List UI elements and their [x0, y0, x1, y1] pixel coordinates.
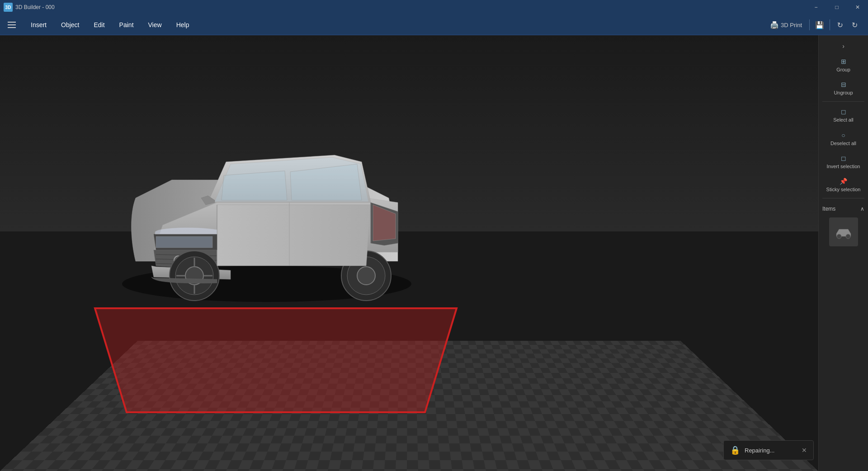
- sidebar-divider-2: [822, 198, 864, 198]
- car-3d-model: [81, 71, 452, 306]
- sidebar-item-sticky-selection[interactable]: 📌 Sticky selection: [819, 173, 868, 196]
- ungroup-icon: ⊟: [839, 80, 848, 89]
- window-controls: − □ ✕: [806, 0, 868, 14]
- deselect-all-icon: ○: [839, 131, 848, 140]
- repairing-toast: 🔒 Repairing... ✕: [723, 440, 814, 460]
- sticky-selection-label: Sticky selection: [826, 187, 861, 193]
- sidebar-item-group[interactable]: ⊞ Group: [819, 53, 868, 76]
- menu-items: Insert Object Edit Paint View Help: [24, 18, 196, 32]
- titlebar: 3D 3D Builder - 000 − □ ✕: [0, 0, 868, 14]
- repair-text: Repairing...: [745, 447, 774, 454]
- sidebar: › ⊞ Group ⊟ Ungroup ◻ Select all ○ Desel…: [818, 35, 868, 471]
- print-icon: 🖨️: [770, 21, 779, 29]
- svg-marker-0: [95, 308, 457, 412]
- redo-icon: ↻: [852, 21, 858, 29]
- repair-icon: 🔒: [730, 445, 740, 455]
- 3d-print-button[interactable]: 🖨️ 3D Print: [766, 19, 806, 31]
- save-icon: 💾: [815, 21, 824, 29]
- group-label: Group: [836, 67, 850, 73]
- menu-insert[interactable]: Insert: [24, 18, 54, 32]
- sidebar-expand-button[interactable]: ›: [838, 41, 849, 52]
- menu-help[interactable]: Help: [169, 18, 197, 32]
- select-all-label: Select all: [833, 117, 854, 123]
- toolbar-right: 🖨️ 3D Print 💾 ↺ ↻: [759, 14, 868, 35]
- minimize-button[interactable]: −: [806, 0, 826, 14]
- sidebar-item-ungroup[interactable]: ⊟ Ungroup: [819, 76, 868, 99]
- svg-point-21: [846, 234, 850, 239]
- invert-selection-icon: ◻: [839, 154, 848, 163]
- svg-point-18: [357, 267, 375, 285]
- sidebar-item-select-all[interactable]: ◻ Select all: [819, 104, 868, 127]
- bounding-box-outline: [72, 304, 479, 417]
- menu-object[interactable]: Object: [54, 18, 86, 32]
- viewport[interactable]: [0, 35, 818, 471]
- sidebar-divider-1: [822, 101, 864, 102]
- ungroup-label: Ungroup: [834, 90, 853, 96]
- svg-point-20: [837, 234, 841, 239]
- toolbar-divider-2: [830, 19, 830, 30]
- sidebar-item-deselect-all[interactable]: ○ Deselect all: [819, 127, 868, 150]
- menu-view[interactable]: View: [141, 18, 169, 32]
- sidebar-item-invert-selection[interactable]: ◻ Invert selection: [819, 150, 868, 173]
- items-grid: [819, 214, 868, 250]
- sticky-selection-icon: 📌: [839, 177, 848, 186]
- items-panel: Items ∧: [819, 204, 868, 250]
- items-panel-header[interactable]: Items ∧: [819, 204, 868, 214]
- deselect-all-label: Deselect all: [830, 141, 856, 146]
- close-button[interactable]: ✕: [847, 0, 868, 14]
- main-area: › ⊞ Group ⊟ Ungroup ◻ Select all ○ Desel…: [0, 35, 868, 471]
- expand-icon: ›: [842, 42, 844, 50]
- hamburger-menu[interactable]: [4, 17, 20, 33]
- toolbar-divider: [809, 19, 810, 30]
- maximize-button[interactable]: □: [826, 0, 847, 14]
- redo-button[interactable]: ↻: [848, 19, 861, 31]
- undo-icon: ↺: [837, 21, 843, 29]
- menu-paint[interactable]: Paint: [112, 18, 141, 32]
- app-title: 3D Builder - 000: [15, 4, 55, 10]
- toast-close-button[interactable]: ✕: [802, 447, 807, 454]
- menu-edit[interactable]: Edit: [86, 18, 112, 32]
- select-all-icon: ◻: [839, 107, 848, 116]
- app-icon: 3D: [4, 3, 13, 12]
- group-icon: ⊞: [839, 57, 848, 66]
- item-thumbnail[interactable]: [829, 217, 858, 246]
- items-chevron-icon: ∧: [860, 206, 864, 212]
- invert-selection-label: Invert selection: [827, 164, 860, 170]
- menubar: Insert Object Edit Paint View Help 🖨️ 3D…: [0, 14, 868, 35]
- save-button[interactable]: 💾: [813, 19, 826, 31]
- items-label: Items: [822, 206, 835, 212]
- undo-redo-group: ↺ ↻: [834, 19, 861, 31]
- undo-button[interactable]: ↺: [834, 19, 846, 31]
